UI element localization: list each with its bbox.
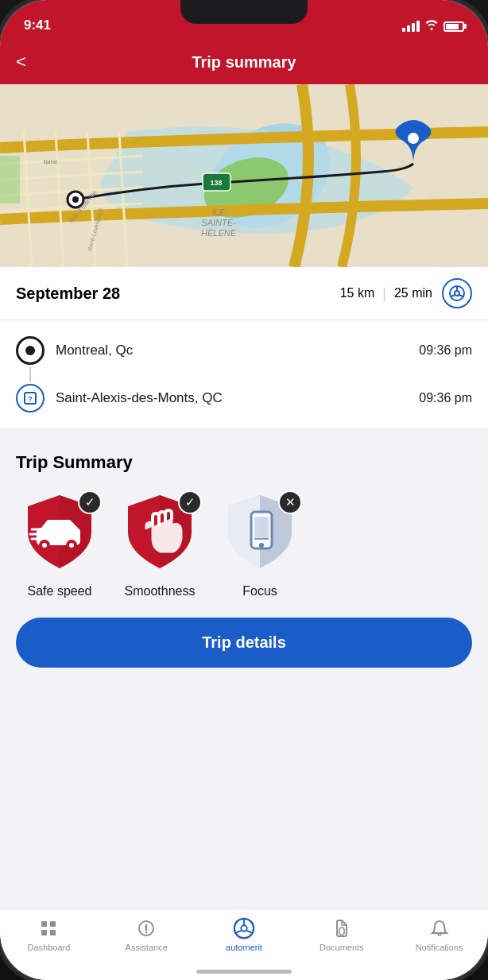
dest-time: 09:36 pm <box>419 391 472 405</box>
signal-icon <box>402 21 420 32</box>
status-icons <box>402 19 464 33</box>
steering-wheel-icon <box>442 278 472 308</box>
svg-text:ÎLE: ÎLE <box>212 207 226 217</box>
svg-line-27 <box>459 295 463 296</box>
route-origin-item: Montreal, Qc 09:36 pm <box>16 331 472 370</box>
svg-point-14 <box>408 133 419 144</box>
svg-line-52 <box>246 931 252 933</box>
status-time: 9:41 <box>24 17 51 33</box>
svg-text:SAINTE-: SAINTE- <box>201 218 236 227</box>
smoothness-shield: ✓ <box>116 489 203 576</box>
nav-item-notifications[interactable]: Notifications <box>390 917 488 952</box>
focus-label: Focus <box>242 584 277 598</box>
svg-text:?: ? <box>28 395 33 403</box>
nav-item-assistance[interactable]: Assistance <box>98 917 196 952</box>
svg-point-13 <box>72 196 79 203</box>
map-svg: 138 ÎLE SAINTE- HÉLENE Rue d'Iberville t… <box>0 84 488 267</box>
safe-speed-shield: ✓ <box>16 489 103 576</box>
origin-icon <box>16 336 45 365</box>
dashboard-icon <box>37 917 60 939</box>
origin-name: Montreal, Qc <box>56 343 408 358</box>
notch <box>180 0 308 24</box>
trip-info-bar: September 28 15 km | 25 min <box>0 267 488 320</box>
phone-frame: 9:41 < Trip su <box>0 0 488 980</box>
focus-shield: ✕ <box>216 489 304 576</box>
focus-x-icon: ✕ <box>278 490 302 514</box>
badge-smoothness: ✓ Smoothness <box>116 489 203 598</box>
svg-rect-45 <box>50 930 56 935</box>
page-header: < Trip summary <box>0 40 488 84</box>
svg-point-33 <box>42 543 47 548</box>
svg-text:138: 138 <box>210 179 222 187</box>
automerit-label: automerit <box>226 943 262 952</box>
trip-date: September 28 <box>16 285 340 303</box>
battery-icon <box>443 21 464 32</box>
dashboard-label: Dashboard <box>27 943 70 952</box>
svg-point-47 <box>145 932 147 933</box>
page-title: Trip summary <box>192 53 296 72</box>
svg-rect-11 <box>0 156 20 203</box>
svg-point-49 <box>241 925 246 931</box>
nav-item-dashboard[interactable]: Dashboard <box>0 917 98 952</box>
trip-details-button[interactable]: Trip details <box>16 618 472 668</box>
map-container[interactable]: 138 ÎLE SAINTE- HÉLENE Rue d'Iberville t… <box>0 84 488 267</box>
badges-row: ✓ Safe speed <box>16 489 472 598</box>
trip-duration: 25 min <box>394 286 432 300</box>
svg-text:taine: taine <box>44 158 58 165</box>
origin-time: 09:36 pm <box>419 343 472 358</box>
trip-stats: 15 km | 25 min <box>340 285 432 302</box>
notifications-icon <box>428 917 451 939</box>
svg-point-39 <box>259 543 264 548</box>
svg-rect-43 <box>50 921 56 927</box>
badge-safe-speed: ✓ Safe speed <box>16 489 103 598</box>
svg-rect-42 <box>41 921 47 927</box>
trip-summary-section: Trip Summary <box>0 436 488 691</box>
svg-rect-40 <box>254 517 269 539</box>
svg-rect-44 <box>41 930 47 935</box>
route-section: Montreal, Qc 09:36 pm ? Saint-Alexis-des… <box>0 320 488 428</box>
badge-focus: ✕ Focus <box>216 489 304 598</box>
documents-label: Documents <box>320 943 364 952</box>
back-button[interactable]: < <box>16 52 26 72</box>
smoothness-check-icon: ✓ <box>178 490 202 514</box>
dest-name: Saint-Alexis-des-Monts, QC <box>56 390 408 406</box>
documents-icon <box>331 917 353 939</box>
svg-text:HÉLENE: HÉLENE <box>201 228 237 238</box>
smoothness-label: Smoothness <box>125 584 196 598</box>
svg-point-24 <box>455 291 459 296</box>
trip-distance: 15 km <box>340 286 375 300</box>
trip-summary-title: Trip Summary <box>16 452 472 473</box>
stat-divider: | <box>382 285 386 302</box>
wifi-icon <box>424 19 439 33</box>
route-dest-item: ? Saint-Alexis-des-Monts, QC 09:36 pm <box>16 379 472 417</box>
svg-point-34 <box>69 543 74 548</box>
notifications-label: Notifications <box>416 943 463 952</box>
assistance-icon <box>135 917 157 939</box>
automerit-icon <box>233 917 255 939</box>
safe-speed-label: Safe speed <box>28 584 92 598</box>
svg-line-26 <box>451 295 455 296</box>
svg-line-51 <box>236 931 242 933</box>
safe-speed-check-icon: ✓ <box>78 490 102 514</box>
dest-icon: ? <box>16 384 45 413</box>
assistance-label: Assistance <box>126 943 168 952</box>
nav-item-documents[interactable]: Documents <box>292 917 390 952</box>
phone-screen: 9:41 < Trip su <box>0 0 488 980</box>
nav-item-automerit[interactable]: automerit <box>196 917 293 952</box>
home-indicator <box>196 970 292 974</box>
